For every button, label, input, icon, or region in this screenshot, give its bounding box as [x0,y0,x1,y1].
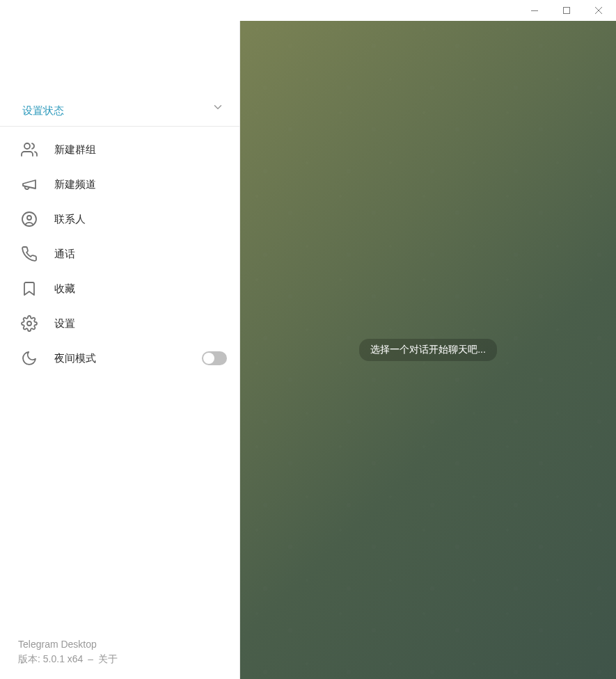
titlebar [0,0,616,21]
svg-point-2 [24,143,30,149]
svg-point-5 [27,321,31,326]
separator: – [88,653,93,664]
main-container: 设置状态 新建群组 新建频道 联系 [0,21,616,679]
chat-area: 选择一个对话开始聊天吧... [240,21,616,679]
version-line: 版本: 5.0.1 x64 – 关于 [18,652,221,666]
night-mode-toggle[interactable] [202,351,227,365]
menu-item-new-group[interactable]: 新建群组 [0,132,239,167]
svg-point-4 [27,216,31,220]
menu-item-calls[interactable]: 通话 [0,237,239,271]
menu-item-new-channel[interactable]: 新建频道 [0,167,239,202]
menu-label: 联系人 [54,213,227,226]
profile-section: 设置状态 [0,21,239,127]
gear-icon [19,314,39,333]
megaphone-icon [19,175,39,194]
version-value: 5.0.1 x64 [43,653,84,664]
about-link[interactable]: 关于 [98,653,118,664]
menu-label: 夜间模式 [54,352,202,365]
menu-item-settings[interactable]: 设置 [0,306,239,341]
menu-item-night-mode[interactable]: 夜间模式 [0,341,239,376]
menu-label: 通话 [54,248,227,261]
menu-item-contacts[interactable]: 联系人 [0,202,239,237]
menu: 新建群组 新建频道 联系人 通话 [0,127,239,629]
menu-label: 设置 [54,317,227,330]
svg-point-3 [22,212,36,226]
sidebar: 设置状态 新建群组 新建频道 联系 [0,21,240,679]
menu-label: 新建群组 [54,143,227,157]
phone-icon [19,244,39,264]
chevron-down-icon[interactable] [212,101,224,113]
moon-icon [19,349,39,368]
version-prefix: 版本: [18,653,43,664]
group-icon [19,140,39,159]
empty-state-message: 选择一个对话开始聊天吧... [359,339,497,361]
svg-rect-0 [531,10,538,11]
minimize-button[interactable] [519,0,551,21]
maximize-button[interactable] [551,0,583,21]
close-button[interactable] [583,0,615,21]
sidebar-footer: Telegram Desktop 版本: 5.0.1 x64 – 关于 [0,629,239,679]
menu-item-saved[interactable]: 收藏 [0,271,239,306]
set-status-link[interactable]: 设置状态 [22,104,64,116]
app-name: Telegram Desktop [18,637,221,652]
svg-rect-1 [564,8,570,14]
user-icon [19,209,39,229]
menu-label: 收藏 [54,282,227,296]
bookmark-icon [19,279,39,298]
menu-label: 新建频道 [54,178,227,191]
